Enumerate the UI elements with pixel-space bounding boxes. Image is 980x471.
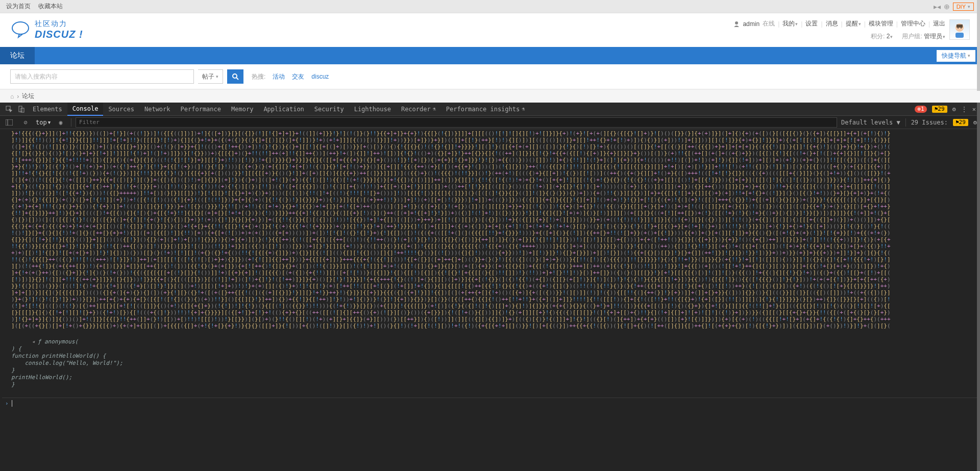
set-homepage-link[interactable]: 设为首页 [6, 3, 31, 10]
diy-button[interactable]: DIY▾ [953, 3, 974, 11]
clear-console-icon[interactable]: ⊘ [19, 116, 32, 129]
hotsearch-link[interactable]: 交友 [292, 72, 304, 81]
console-prompt[interactable]: › [2, 398, 978, 409]
site-topbar: 设为首页 收藏本站 ▸◂ ⊕ DIY▾ [0, 0, 980, 13]
flask-icon: ⚗ [433, 106, 436, 112]
logo-en-text: DISCUZ ! [35, 29, 83, 40]
eye-icon[interactable]: ◉ [55, 116, 67, 129]
devtools-tab-network[interactable]: Network [139, 103, 176, 116]
function-output: ◂ƒ anonymous( ) { function printHelloWor… [2, 331, 978, 395]
expand-arrow-icon[interactable]: ◂ [32, 338, 38, 345]
nav-tab-forum[interactable]: 论坛 [0, 47, 35, 64]
logo-icon [10, 20, 31, 40]
prompt-caret [12, 400, 12, 407]
search-icon [232, 73, 239, 80]
settings-link[interactable]: 设置 [805, 19, 818, 28]
settings-icon[interactable]: ⚙ [952, 106, 956, 113]
devtools-tabbar: ElementsConsoleSourcesNetworkPerformance… [0, 103, 980, 116]
favorite-site-link[interactable]: 收藏本站 [38, 3, 63, 10]
log-levels-dropdown[interactable]: Default levels ▼ [841, 119, 900, 126]
hotsearch-link[interactable]: discuz [311, 73, 329, 80]
usergroup-value[interactable]: 管理员▾ [924, 33, 945, 40]
usergroup-label: 用户组: [902, 33, 922, 40]
devtools-tab-performance-insights[interactable]: Performance insights⚗ [441, 103, 530, 116]
issues-label[interactable]: 29 Issues: [911, 119, 948, 126]
svg-rect-3 [957, 24, 963, 28]
devtools-tab-recorder[interactable]: Recorder⚗ [396, 103, 441, 116]
user-status: 在线 [763, 19, 775, 28]
devtools-tab-sources[interactable]: Sources [103, 103, 139, 116]
logo-cn-text: 社区动力 [35, 19, 83, 29]
error-count-badge[interactable]: ⊗ 1 [915, 106, 926, 113]
reminders-dropdown[interactable]: 提醒▾ [846, 19, 861, 28]
admin-center-link[interactable]: 管理中心 [901, 19, 925, 28]
filter-input[interactable] [76, 117, 837, 128]
context-selector[interactable]: top ▼ [36, 119, 51, 126]
devtools-tab-application[interactable]: Application [258, 103, 309, 116]
svg-point-0 [12, 22, 29, 34]
my-dropdown[interactable]: 我的▾ [782, 19, 798, 28]
svg-point-5 [961, 28, 962, 29]
svg-point-7 [233, 74, 237, 78]
page-scrollbar[interactable] [977, 0, 980, 91]
search-input[interactable] [10, 69, 194, 84]
console-output[interactable]: }+!{{{({}+}]](]+!!{{}})})((])+[!}](+((!]… [0, 129, 980, 471]
close-devtools-icon[interactable]: ✕ [972, 106, 976, 113]
sidebar-toggle-icon[interactable] [3, 116, 15, 129]
user-icon [733, 21, 740, 27]
devtools-tab-security[interactable]: Security [309, 103, 349, 116]
breadcrumb: ⌂ › 论坛 [0, 89, 980, 103]
points-label: 积分: [871, 33, 885, 40]
more-icon[interactable]: ⋮ [961, 106, 967, 113]
messages-link[interactable]: 消息 [826, 19, 838, 28]
home-icon[interactable]: ⌂ [10, 93, 14, 100]
search-type-dropdown[interactable]: 帖子▾ [198, 69, 223, 84]
console-settings-icon[interactable]: ⚙ [973, 119, 977, 126]
logout-link[interactable]: 退出 [933, 19, 945, 28]
inspect-icon[interactable] [3, 103, 15, 116]
devtools-tab-performance[interactable]: Performance [176, 103, 226, 116]
obfuscated-code: }+!{{{({}+}]](]+!!{{}})})((])+[!}](+((!]… [2, 130, 978, 329]
svg-point-1 [735, 21, 738, 24]
svg-rect-6 [955, 33, 964, 38]
devtools-scrollbar[interactable] [977, 103, 980, 471]
avatar[interactable] [949, 19, 970, 40]
username-link[interactable]: admin [743, 20, 760, 28]
svg-rect-12 [6, 119, 13, 126]
site-logo[interactable]: 社区动力 DISCUZ ! [10, 19, 83, 40]
module-manage-link[interactable]: 模块管理 [869, 19, 893, 28]
devtools-tab-elements[interactable]: Elements [28, 103, 67, 116]
quick-nav-button[interactable]: 快捷导航▾ [936, 49, 976, 62]
devtools-tab-memory[interactable]: Memory [226, 103, 258, 116]
console-toolbar: ⊘ top ▼ ◉ Default levels ▼ 29 Issues: ⚑ … [0, 116, 980, 129]
breadcrumb-forum[interactable]: 论坛 [22, 92, 34, 101]
devtools-tab-lighthouse[interactable]: Lighthouse [349, 103, 396, 116]
main-nav: 论坛 快捷导航▾ [0, 47, 980, 64]
warning-count-badge[interactable]: ⚑ 29 [932, 106, 947, 113]
prompt-chevron-icon: › [5, 400, 9, 407]
points-value[interactable]: 2▾ [887, 33, 893, 40]
breadcrumb-sep: › [17, 93, 19, 100]
devtools-tab-console[interactable]: Console [67, 103, 104, 116]
search-button[interactable] [227, 69, 243, 84]
search-row: 帖子▾ 热搜: 活动 交友 discuz [0, 64, 980, 89]
svg-line-8 [236, 78, 238, 80]
flask-icon: ⚗ [522, 106, 525, 112]
hotsearch-label: 热搜: [252, 72, 265, 81]
svg-point-4 [958, 28, 959, 29]
hotsearch-link[interactable]: 活动 [273, 72, 285, 81]
svg-rect-10 [19, 106, 22, 112]
site-header: 社区动力 DISCUZ ! admin 在线 | 我的▾ | 设置 | 消息 |… [0, 13, 980, 47]
device-icon[interactable] [15, 103, 28, 116]
user-area: admin 在线 | 我的▾ | 设置 | 消息 | 提醒▾ | 模块管理 | … [733, 19, 945, 41]
rss-icon[interactable]: ▸◂ [934, 3, 941, 11]
issues-warn-badge[interactable]: ⚑ 29 [953, 119, 968, 126]
globe-icon[interactable]: ⊕ [944, 3, 950, 11]
devtools-panel: ElementsConsoleSourcesNetworkPerformance… [0, 103, 980, 471]
